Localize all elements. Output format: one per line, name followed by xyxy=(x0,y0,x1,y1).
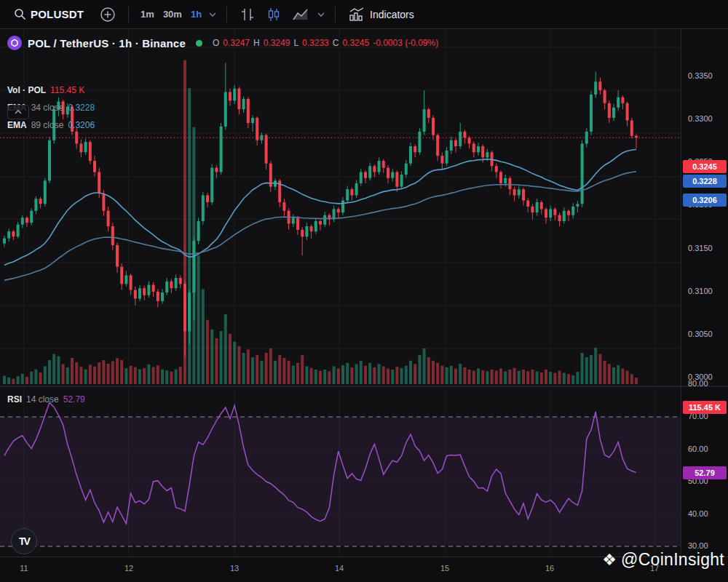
volume-bar xyxy=(463,367,466,384)
interval-1m-button[interactable]: 1m xyxy=(136,5,159,23)
volume-bar xyxy=(48,360,51,384)
interval-menu-button[interactable] xyxy=(206,8,219,21)
volume-bar xyxy=(617,365,620,384)
volume-bar xyxy=(436,363,439,384)
candle-body xyxy=(526,201,529,207)
pol-token-logo xyxy=(7,36,22,50)
candle-body xyxy=(409,146,412,164)
volume-bar xyxy=(508,370,511,384)
volume-bar xyxy=(563,373,566,384)
volume-bar xyxy=(247,349,250,384)
volume-bar xyxy=(157,365,159,384)
candle-body xyxy=(368,166,371,178)
candle-body xyxy=(341,201,344,213)
volume-bar xyxy=(581,353,584,384)
plus-circle-icon xyxy=(100,7,116,23)
volume-bar xyxy=(175,370,178,384)
volume-bar xyxy=(310,368,313,384)
open-value: 0.3247 xyxy=(223,38,250,48)
candle-body xyxy=(508,178,511,189)
candle-body xyxy=(594,81,597,95)
price-axis-scale[interactable]: 0.33500.33000.32500.32000.31500.31000.30… xyxy=(681,29,728,557)
candle-body xyxy=(84,142,87,152)
rsi-legend-row[interactable]: RSI 14 close 52.79 xyxy=(7,391,85,408)
volume-bar xyxy=(472,371,475,384)
candle-body xyxy=(499,172,502,183)
candle-body xyxy=(130,275,132,290)
candle-body xyxy=(581,143,584,204)
candle-body xyxy=(292,218,295,223)
indicators-button[interactable]: Indicators xyxy=(343,3,419,26)
symbol-search-button[interactable]: POLUSDT xyxy=(9,4,89,24)
candle-body xyxy=(414,146,416,152)
volume-bar xyxy=(378,364,381,384)
volume-bar xyxy=(152,367,155,384)
volume-bar xyxy=(571,375,574,384)
time-axis-label: 12 xyxy=(124,564,133,573)
volume-bar xyxy=(107,364,110,384)
candle-body xyxy=(513,189,516,195)
volume-bar xyxy=(147,364,150,384)
last-price-badge: 0.3245 xyxy=(683,160,727,173)
ema89-params: 89 close xyxy=(31,120,64,130)
volume-bar xyxy=(540,372,543,384)
ema34-legend-row[interactable]: EMA 34 close 0.3228 xyxy=(7,99,298,116)
volume-value: 115.45 K xyxy=(50,85,84,95)
low-value: 0.3233 xyxy=(302,38,329,48)
bar-style-button[interactable] xyxy=(234,3,261,26)
interval-30m-button[interactable]: 30m xyxy=(159,5,186,23)
candle-body xyxy=(395,172,398,187)
candle-body xyxy=(265,135,268,164)
volume-bar xyxy=(206,320,209,384)
candle-body xyxy=(518,189,521,195)
symbol-legend-row[interactable]: POL / TetherUS · 1h · Binance O0.3247 H0… xyxy=(7,35,438,51)
volume-bar xyxy=(604,361,606,384)
candle-body xyxy=(147,284,150,295)
candle-body xyxy=(319,221,322,225)
rsi-pane-canvas[interactable] xyxy=(0,387,681,557)
area-style-button[interactable] xyxy=(287,3,314,26)
rsi-axis-label: 40.00 xyxy=(688,509,708,518)
candle-body xyxy=(454,140,457,146)
market-status-dot[interactable] xyxy=(196,40,202,47)
candle-body xyxy=(382,161,385,167)
volume-bar xyxy=(179,367,182,384)
candle-body xyxy=(120,267,123,284)
coininsight-handle: @CoinInsight xyxy=(621,550,724,570)
candle-style-button[interactable] xyxy=(261,3,287,26)
volume-bar xyxy=(558,371,561,384)
candle-body xyxy=(571,207,574,215)
tradingview-logo[interactable]: TV xyxy=(11,528,37,554)
time-axis-label: 16 xyxy=(545,564,554,573)
volume-bar xyxy=(7,378,10,384)
candle-body xyxy=(608,103,611,118)
candle-body xyxy=(360,172,363,183)
volume-bar xyxy=(368,363,371,384)
volume-bar xyxy=(220,331,223,384)
volume-bar xyxy=(382,366,385,384)
compare-add-button[interactable] xyxy=(95,3,121,26)
time-axis-label: 15 xyxy=(440,564,449,573)
candle-body xyxy=(48,140,51,181)
candle-body xyxy=(111,226,114,245)
collapse-legend-button[interactable] xyxy=(7,105,29,119)
candle-body xyxy=(468,137,471,143)
interval-1h-button[interactable]: 1h xyxy=(186,5,206,23)
volume-legend-row[interactable]: Vol · POL 115.45 K xyxy=(7,81,298,99)
volume-bar xyxy=(288,361,290,384)
volume-bar xyxy=(418,355,421,384)
volume-bar xyxy=(373,367,376,384)
candle-body xyxy=(305,226,308,236)
candle-body xyxy=(495,166,498,172)
ema89-legend-row[interactable]: EMA 89 close 0.3206 xyxy=(7,116,298,134)
volume-badge: 115.45 K xyxy=(683,401,727,414)
candle-body xyxy=(170,282,173,288)
candle-body xyxy=(188,292,191,331)
candle-body xyxy=(157,292,159,301)
volume-bar xyxy=(626,371,629,384)
low-label: L xyxy=(293,38,298,48)
candle-body xyxy=(21,218,24,224)
volume-bar xyxy=(3,375,6,384)
volume-bar xyxy=(323,370,326,384)
style-menu-button[interactable] xyxy=(314,8,328,21)
